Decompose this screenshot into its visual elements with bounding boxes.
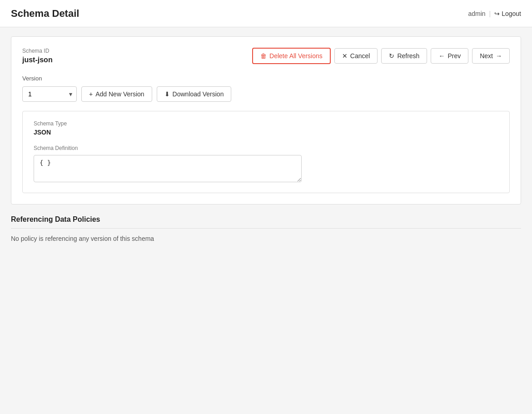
divider: |: [489, 10, 491, 17]
referencing-section: Referencing Data Policies No policy is r…: [11, 215, 521, 242]
schema-id-label: Schema ID: [22, 48, 53, 54]
username: admin: [468, 10, 485, 17]
delete-all-versions-button[interactable]: 🗑 Delete All Versions: [252, 48, 331, 64]
top-bar: Schema Detail admin | ↪ Logout: [0, 0, 532, 27]
delete-all-label: Delete All Versions: [269, 52, 323, 60]
schema-id-value: just-json: [22, 56, 53, 64]
next-button[interactable]: Next →: [472, 48, 510, 64]
card-header: Schema ID just-json 🗑 Delete All Version…: [22, 48, 510, 64]
download-icon: ⬇: [164, 90, 170, 98]
cancel-x-icon: ✕: [342, 52, 348, 60]
refresh-label: Refresh: [397, 52, 419, 60]
schema-detail-card: Schema ID just-json 🗑 Delete All Version…: [11, 36, 521, 205]
download-version-label: Download Version: [173, 90, 224, 98]
user-area: admin | ↪ Logout: [468, 10, 521, 17]
schema-type-value: JSON: [34, 129, 498, 136]
prev-button[interactable]: ← Prev: [431, 48, 468, 64]
schema-definition-label: Schema Definition: [34, 145, 498, 151]
plus-icon: +: [89, 90, 93, 98]
arrow-right-icon: →: [496, 52, 502, 60]
prev-label: Prev: [447, 52, 461, 60]
add-new-version-label: Add New Version: [95, 90, 144, 98]
refresh-icon: ↻: [389, 52, 394, 60]
referencing-title: Referencing Data Policies: [11, 215, 521, 229]
cancel-label: Cancel: [350, 52, 370, 60]
next-label: Next: [480, 52, 493, 60]
schema-id-section: Schema ID just-json: [22, 48, 53, 64]
cancel-button[interactable]: ✕ Cancel: [334, 48, 378, 64]
refresh-button[interactable]: ↻ Refresh: [381, 48, 427, 64]
main-content: Schema ID just-json 🗑 Delete All Version…: [0, 27, 532, 251]
version-section: Version 1 ▾ + Add New Version ⬇ Download…: [22, 75, 510, 102]
arrow-left-icon: ←: [438, 52, 445, 60]
schema-definition-textarea[interactable]: [34, 155, 302, 182]
schema-inner-card: Schema Type JSON Schema Definition: [22, 111, 510, 193]
version-controls: 1 ▾ + Add New Version ⬇ Download Version: [22, 86, 510, 102]
no-policy-text: No policy is referencing any version of …: [11, 235, 521, 242]
add-new-version-button[interactable]: + Add New Version: [81, 86, 152, 102]
download-version-button[interactable]: ⬇ Download Version: [157, 86, 232, 102]
version-select[interactable]: 1: [22, 86, 77, 102]
logout-label: Logout: [502, 10, 521, 17]
trash-icon: 🗑: [260, 52, 267, 60]
logout-icon: ↪: [494, 10, 500, 17]
version-select-wrapper: 1 ▾: [22, 86, 77, 102]
page-title: Schema Detail: [11, 8, 79, 20]
logout-link[interactable]: ↪ Logout: [494, 10, 521, 17]
schema-type-label: Schema Type: [34, 120, 498, 127]
header-actions: 🗑 Delete All Versions ✕ Cancel ↻ Refresh…: [252, 48, 510, 64]
version-label: Version: [22, 75, 510, 82]
